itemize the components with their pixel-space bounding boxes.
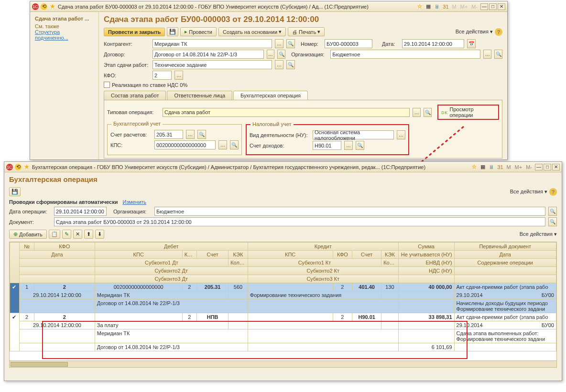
favorite-icon[interactable]: ★ (23, 164, 30, 170)
add-button[interactable]: ⊕Добавить (9, 230, 47, 239)
opdate-input[interactable]: 29.10.2014 12:00:00 (54, 207, 107, 216)
move-down-button[interactable]: ⬇ (95, 230, 104, 239)
table-row: ✔ 22 2НПВ 2Н90.01 33 898,31Акт сдачи-при… (10, 313, 556, 321)
save-button2[interactable]: 💾 (9, 187, 21, 196)
acc-calc-search-button[interactable]: 🔍 (197, 130, 206, 139)
help-button2[interactable]: ? (549, 188, 557, 196)
nav-icon[interactable]: ⟲ (15, 164, 22, 170)
lbl-typop: Типовая операция: (107, 109, 160, 115)
stage-search-button[interactable]: 🔍 (286, 60, 295, 69)
debit-credit-icon: ᴅᴋ (441, 109, 447, 116)
org-search-button[interactable]: 🔍 (494, 50, 502, 59)
all-actions-link2[interactable]: Все действия ▾ (510, 189, 547, 195)
income-acc-search-button[interactable]: 🔍 (356, 141, 364, 150)
typop-input[interactable]: Сдача этапа работ (163, 108, 410, 117)
doc-input[interactable]: Сдача этапа работ БУ00-000003 от 29.10.2… (54, 217, 545, 226)
contragent-search-button[interactable]: 🔍 (286, 39, 295, 48)
m-minus-button[interactable]: M- (470, 4, 479, 10)
activity-select-button[interactable]: … (397, 130, 405, 139)
doc-search-button[interactable]: 🔍 (548, 217, 557, 226)
activity-input[interactable]: Основная система налогообложени (313, 130, 394, 139)
calculator-icon[interactable]: 🖩 (434, 3, 440, 10)
change-link[interactable]: Изменить (122, 199, 146, 205)
page-title2: Бухгалтерская операция (9, 175, 557, 183)
tab-accounting-op[interactable]: Бухгалтерская операция (233, 91, 308, 100)
kfo-select-button[interactable]: … (174, 71, 183, 80)
nav-panel: Сдача этапа работ ... См. также Структур… (30, 12, 99, 159)
titlebar[interactable]: 1C ⟲ ★ Сдача этапа работ БУ00-000003 от … (30, 1, 507, 12)
income-acc-input[interactable]: Н90.01 (313, 141, 341, 150)
create-based-button[interactable]: Создать на основании▾ (218, 27, 286, 36)
typop-select-button[interactable]: … (413, 108, 421, 117)
page-title: Сдача этапа работ БУ00-000003 от 29.10.2… (104, 15, 502, 24)
fav2-icon[interactable]: ☆ (416, 3, 423, 10)
close-button[interactable]: ✕ (498, 3, 505, 10)
minimize-button[interactable]: — (480, 3, 488, 10)
acc-calc-input[interactable]: 205.31 (154, 130, 183, 139)
tab-responsible[interactable]: Ответственные лица (167, 91, 232, 100)
grid-icon[interactable]: ▦ (479, 164, 486, 170)
copy-button[interactable]: 📋 (49, 230, 60, 239)
tab-stage-content[interactable]: Состав этапа работ (104, 91, 166, 100)
contragent-select-button[interactable]: … (275, 39, 283, 48)
org-select-button[interactable]: … (483, 50, 491, 59)
postings-table[interactable]: №КФО Дебет Кредит СуммаПервичный докумен… (9, 242, 557, 368)
minimize-button[interactable]: — (535, 164, 543, 170)
income-acc-select-button[interactable]: … (344, 141, 353, 150)
all-actions-link[interactable]: Все действия ▾ (456, 29, 493, 35)
post-close-button[interactable]: Провести и закрыть (104, 28, 165, 36)
contract-select-button[interactable]: … (267, 50, 275, 59)
nav-icon[interactable]: ⟲ (41, 3, 47, 10)
stage-select-button[interactable]: … (275, 60, 283, 69)
m-plus-button[interactable]: M+ (459, 4, 469, 10)
calendar-icon[interactable]: 31 (497, 164, 503, 170)
maximize-button[interactable]: □ (544, 164, 551, 170)
calculator-icon[interactable]: 🖩 (488, 164, 495, 170)
contract-input[interactable]: Договор от 14.08.2014 № 22/Р-1/3 (152, 50, 264, 59)
acc-calc-select-button[interactable]: … (186, 130, 195, 139)
move-up-button[interactable]: ⬆ (84, 230, 93, 239)
view-operation-button[interactable]: ᴅᴋ Просмотр операции (437, 105, 499, 120)
org-input2[interactable]: Бюджетное (154, 207, 545, 216)
kps-select-button[interactable]: … (218, 140, 227, 149)
lbl-org2: Организация: (113, 209, 152, 214)
titlebar2[interactable]: 1C ⟲ ★ Бухгалтерская операция - ГОБУ ВПО… (4, 162, 562, 172)
m-button[interactable]: M (505, 164, 512, 170)
number-input[interactable]: БУ00-000003 (325, 39, 372, 48)
m-button[interactable]: M (451, 4, 457, 10)
lbl-kfo: КФО: (104, 73, 150, 78)
contragent-input[interactable]: Меридиан ТК (152, 39, 272, 48)
post-button[interactable]: ▸Провести (180, 27, 217, 36)
edit-button[interactable]: ✎ (62, 230, 71, 239)
window-stage-delivery: 1C ⟲ ★ Сдача этапа работ БУ00-000003 от … (30, 1, 508, 160)
kfo-input[interactable]: 2 (152, 71, 172, 80)
h-scrollbar[interactable] (10, 360, 556, 367)
kps-input[interactable]: 00200000000000000 (154, 140, 216, 149)
org-input[interactable]: Бюджетное (330, 50, 480, 59)
vat0-checkbox[interactable]: Реализация по ставке НДС 0% (104, 82, 502, 88)
date-picker-button[interactable]: 📅 (467, 39, 476, 48)
m-plus-button[interactable]: M+ (514, 164, 523, 170)
maximize-button[interactable]: □ (489, 3, 497, 10)
stage-input[interactable]: Техническое задание (152, 60, 272, 69)
contract-search-button[interactable]: 🔍 (277, 50, 285, 59)
nav-link-structure[interactable]: Структура подчиненно... (35, 29, 94, 41)
save-button[interactable]: 💾 (167, 27, 178, 36)
fav2-icon[interactable]: ☆ (471, 164, 478, 170)
org-search-button2[interactable]: 🔍 (548, 207, 557, 216)
lbl-acc-calc: Счет расчетов: (110, 132, 152, 138)
help-button[interactable]: ? (495, 28, 502, 36)
print-button[interactable]: 🖨 Печать ▾ (288, 27, 325, 36)
table-row: ✔ 12 002000000000000002205.31560 2401.40… (10, 283, 556, 291)
typop-search-button[interactable]: 🔍 (424, 108, 432, 117)
date-input[interactable]: 29.10.2014 12:00:00 (402, 39, 464, 48)
calendar-icon[interactable]: 31 (442, 3, 449, 10)
m-minus-button[interactable]: M- (525, 164, 533, 170)
delete-button[interactable]: ✕ (73, 230, 82, 239)
close-button[interactable]: ✕ (552, 164, 560, 170)
favorite-icon[interactable]: ★ (49, 3, 56, 10)
window-title: Сдача этапа работ БУ00-000003 от 29.10.2… (58, 4, 414, 10)
kps-search-button[interactable]: 🔍 (230, 140, 239, 149)
grid-icon[interactable]: ▦ (425, 3, 432, 10)
all-actions-link3[interactable]: Все действия ▾ (520, 231, 557, 237)
